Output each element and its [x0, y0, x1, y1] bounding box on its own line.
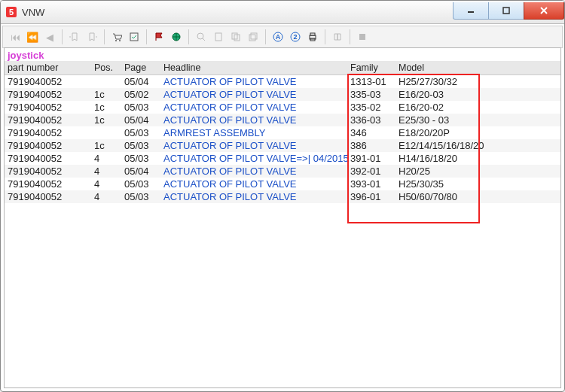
cell-page: 05/02 [121, 88, 160, 101]
cell-pos [91, 126, 121, 139]
cell-family: 336-03 [347, 114, 396, 126]
cell-family: 393-01 [347, 178, 396, 190]
table-row[interactable]: 7919040052405/03ACTUATOR OF PILOT VALVE3… [5, 190, 560, 203]
app-window: 5 VNW ⏮ ⏪ ◀ [0, 0, 565, 392]
cell-family: 396-01 [347, 190, 396, 203]
nav-prev-icon[interactable]: ◀ [42, 29, 57, 44]
toolbar: ⏮ ⏪ ◀ [2, 26, 563, 48]
headline-link[interactable]: ACTUATOR OF PILOT VALVE=>| 04/2015 [163, 153, 347, 164]
headline-link[interactable]: ACTUATOR OF PILOT VALVE [163, 89, 297, 100]
a2-icon[interactable]: 2 [288, 29, 303, 44]
cell-pos: 1c [91, 101, 121, 114]
col-part-number[interactable]: part number [5, 61, 91, 75]
col-family[interactable]: Family [347, 61, 396, 75]
content-area: joystick part number Pos. Page Headline … [4, 47, 561, 388]
nav-first-icon[interactable]: ⏮ [8, 29, 23, 44]
cell-headline: ARMREST ASSEMBLY [160, 126, 347, 139]
svg-line-11 [203, 38, 205, 41]
table-row[interactable]: 7919040052405/03ACTUATOR OF PILOT VALVE3… [5, 178, 560, 190]
col-headline[interactable]: Headline [160, 61, 347, 75]
results-table: part number Pos. Page Headline Family Mo… [5, 61, 560, 203]
bookmark-next-icon[interactable] [84, 29, 99, 44]
titlebar: 5 VNW [1, 1, 564, 24]
table-row[interactable]: 79190400521c05/03ACTUATOR OF PILOT VALVE… [5, 139, 560, 152]
cell-part-number: 7919040052 [5, 114, 91, 126]
separator [188, 29, 189, 44]
separator [146, 29, 147, 44]
col-model[interactable]: Model [396, 61, 560, 75]
book-icon[interactable] [330, 29, 345, 44]
svg-point-6 [115, 40, 117, 41]
svg-rect-15 [249, 35, 255, 41]
cell-headline: ACTUATOR OF PILOT VALVE [160, 88, 347, 101]
restore-icon[interactable] [246, 29, 261, 44]
svg-point-10 [197, 33, 203, 39]
separator [350, 29, 350, 44]
cell-headline: ACTUATOR OF PILOT VALVE [160, 139, 347, 152]
table-row[interactable]: 7919040052405/03ACTUATOR OF PILOT VALVE=… [5, 152, 560, 165]
maximize-button[interactable] [488, 2, 524, 20]
cell-pos: 4 [91, 190, 121, 203]
a1-icon[interactable]: A [270, 29, 286, 44]
table-row[interactable]: 791904005205/04ACTUATOR OF PILOT VALVE13… [5, 75, 560, 89]
col-page[interactable]: Page [121, 61, 160, 75]
app-icon: 5 [5, 6, 17, 18]
separator [104, 29, 105, 44]
nav-rewind-icon[interactable]: ⏪ [25, 29, 40, 44]
cell-model: H14/16/18/20 [396, 152, 560, 165]
checklist-icon[interactable] [127, 29, 142, 44]
headline-link[interactable]: ACTUATOR OF PILOT VALVE [163, 191, 297, 202]
table-row[interactable]: 79190400521c05/02ACTUATOR OF PILOT VALVE… [5, 88, 560, 101]
headline-link[interactable]: ACTUATOR OF PILOT VALVE [163, 178, 297, 190]
cell-family: 1313-01 [347, 75, 396, 89]
headline-link[interactable]: ACTUATOR OF PILOT VALVE [163, 102, 297, 113]
cell-model: E16/20-03 [396, 88, 560, 101]
cell-family: 335-02 [347, 101, 396, 114]
table-row[interactable]: 79190400521c05/03ACTUATOR OF PILOT VALVE… [5, 101, 560, 114]
cell-part-number: 7919040052 [5, 75, 91, 89]
cell-page: 05/03 [121, 101, 160, 114]
table-row[interactable]: 791904005205/03ARMREST ASSEMBLY346E18/20… [5, 126, 560, 139]
cell-headline: ACTUATOR OF PILOT VALVE [160, 165, 347, 178]
print-icon[interactable] [305, 29, 320, 44]
cell-pos: 1c [91, 114, 121, 126]
cell-pos: 4 [91, 152, 121, 165]
headline-link[interactable]: ACTUATOR OF PILOT VALVE [163, 76, 297, 87]
cell-page: 05/03 [121, 152, 160, 165]
stop-icon[interactable] [355, 29, 370, 44]
cell-page: 05/03 [121, 190, 160, 203]
window-controls [454, 2, 564, 19]
svg-text:2: 2 [293, 33, 297, 41]
table-row[interactable]: 79190400521c05/04ACTUATOR OF PILOT VALVE… [5, 114, 560, 126]
col-pos[interactable]: Pos. [91, 61, 121, 75]
headline-link[interactable]: ACTUATOR OF PILOT VALVE [163, 166, 297, 177]
separator [265, 29, 266, 44]
cell-model: E16/20-02 [396, 101, 560, 114]
table-row[interactable]: 7919040052405/04ACTUATOR OF PILOT VALVE3… [5, 165, 560, 178]
flag-icon[interactable] [151, 29, 166, 44]
cell-part-number: 7919040052 [5, 139, 91, 152]
copy-icon[interactable] [228, 29, 243, 44]
separator [325, 29, 325, 44]
cell-page: 05/03 [121, 126, 160, 139]
bookmark-prev-icon[interactable] [67, 29, 82, 44]
cell-pos: 4 [91, 165, 121, 178]
headline-link[interactable]: ACTUATOR OF PILOT VALVE [163, 114, 297, 126]
cart-icon[interactable] [109, 29, 124, 44]
cell-headline: ACTUATOR OF PILOT VALVE=>| 04/2015 [160, 152, 347, 165]
cell-part-number: 7919040052 [5, 165, 91, 178]
headline-link[interactable]: ACTUATOR OF PILOT VALVE [163, 140, 297, 151]
headline-link[interactable]: ARMREST ASSEMBLY [163, 127, 265, 138]
close-button[interactable] [524, 2, 564, 20]
minimize-button[interactable] [453, 2, 489, 20]
cell-page: 05/03 [121, 178, 160, 190]
cell-model: H20/25 [396, 165, 560, 178]
page-icon[interactable] [211, 29, 226, 44]
zoom-icon[interactable] [194, 29, 209, 44]
cell-headline: ACTUATOR OF PILOT VALVE [160, 114, 347, 126]
svg-rect-16 [251, 33, 257, 39]
cell-headline: ACTUATOR OF PILOT VALVE [160, 75, 347, 89]
globe-icon[interactable] [169, 29, 184, 44]
svg-text:5: 5 [9, 8, 14, 17]
cell-part-number: 7919040052 [5, 126, 91, 139]
